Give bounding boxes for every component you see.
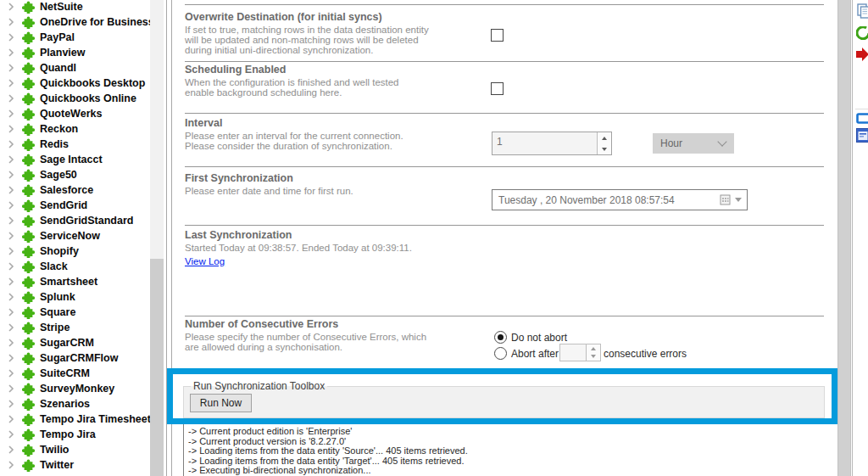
chevron-right-icon[interactable]	[8, 293, 14, 301]
spin-up-icon[interactable]	[587, 344, 600, 353]
tree-item[interactable]: Sage Intacct	[0, 152, 151, 167]
run-now-button[interactable]: Run Now	[190, 394, 252, 412]
chevron-right-icon[interactable]	[8, 262, 14, 271]
chevron-down-icon[interactable]	[735, 198, 742, 202]
tree-item-label: Redis	[40, 138, 69, 150]
tree-item[interactable]: Slack	[0, 259, 151, 274]
view-log-link[interactable]: View Log	[185, 256, 225, 266]
chevron-right-icon[interactable]	[8, 201, 14, 210]
interval-unit-select[interactable]: Hour	[653, 133, 734, 154]
chevron-right-icon[interactable]	[8, 384, 14, 393]
chevron-right-icon[interactable]	[8, 308, 14, 316]
tree-item-label: Sage Intacct	[40, 154, 103, 165]
settings-scrollbar-thumb[interactable]	[837, 0, 851, 476]
tree-item[interactable]: SugarCRMFlow	[0, 350, 151, 366]
chevron-right-icon[interactable]	[8, 445, 14, 454]
refresh-icon[interactable]	[856, 26, 868, 40]
tree-item[interactable]: Tempo Jira Timesheets	[0, 412, 151, 427]
tree-item[interactable]: Quickbooks Online	[0, 91, 151, 106]
chevron-right-icon[interactable]	[8, 140, 14, 148]
chevron-right-icon[interactable]	[8, 18, 14, 26]
chevron-right-icon[interactable]	[8, 277, 14, 286]
tree-item[interactable]: Szenarios	[0, 396, 151, 412]
tree-item-label: QuoteWerks	[40, 108, 102, 120]
tree-item[interactable]: ServiceNow	[0, 228, 151, 244]
chevron-right-icon[interactable]	[8, 232, 14, 240]
abort-after-label: Abort after	[511, 348, 559, 360]
interval-spinner[interactable]	[597, 132, 611, 154]
chevron-right-icon[interactable]	[8, 247, 14, 255]
chevron-right-icon[interactable]	[8, 155, 14, 164]
chevron-right-icon[interactable]	[8, 94, 14, 103]
tree-item[interactable]: Reckon	[0, 121, 151, 137]
tree-item[interactable]: Salesforce	[0, 182, 151, 198]
abort-count-spinner[interactable]	[586, 344, 600, 361]
chevron-right-icon[interactable]	[8, 64, 14, 72]
tree-item[interactable]: Smartsheet	[0, 274, 151, 289]
spin-down-icon[interactable]	[587, 353, 600, 361]
chevron-right-icon[interactable]	[8, 171, 14, 179]
tree-item[interactable]: PayPal	[0, 30, 151, 45]
do-not-abort-radio[interactable]	[494, 331, 507, 344]
chevron-right-icon[interactable]	[8, 339, 14, 347]
section-title: Interval	[185, 117, 403, 129]
tree-item[interactable]: Quickbooks Desktop	[0, 76, 151, 91]
overwrite-destination-checkbox[interactable]	[491, 29, 504, 42]
tree-item[interactable]: Twilio	[0, 442, 151, 457]
tree-item[interactable]: SugarCRM	[0, 335, 151, 350]
sidebar-scrollbar[interactable]	[150, 0, 164, 476]
chevron-right-icon[interactable]	[8, 354, 14, 362]
chevron-right-icon[interactable]	[8, 79, 14, 87]
tree-item-label: SendGridStandard	[40, 215, 133, 227]
connector-puzzle-icon	[22, 413, 35, 426]
chevron-right-icon[interactable]	[8, 415, 14, 423]
tree-item[interactable]: Square	[0, 305, 151, 320]
chevron-right-icon[interactable]	[8, 400, 14, 408]
tree-item[interactable]: Splunk	[0, 289, 151, 305]
tree-item[interactable]: QuoteWerks	[0, 106, 151, 121]
interval-value-input[interactable]: 1	[492, 132, 612, 155]
abort-count-input[interactable]	[559, 344, 601, 361]
tree-item[interactable]: Shopify	[0, 244, 151, 259]
first-sync-date-value: Tuesday , 20 November 2018 08:57:54	[492, 194, 720, 206]
textbox-control-icon[interactable]	[856, 113, 868, 124]
section-description: are allowed during a synchonisation.	[185, 342, 426, 352]
tree-item[interactable]: Stripe	[0, 320, 151, 335]
tree-item[interactable]: Tempo Jira	[0, 427, 151, 442]
section-description: during initial uni-directional synchroni…	[185, 45, 429, 55]
chevron-right-icon[interactable]	[8, 3, 14, 11]
first-sync-datepicker[interactable]: Tuesday , 20 November 2018 08:57:54	[492, 189, 748, 210]
chevron-right-icon[interactable]	[8, 109, 14, 118]
chevron-right-icon[interactable]	[8, 461, 14, 469]
abort-after-radio[interactable]	[494, 347, 507, 360]
tree-item[interactable]: Redis	[0, 137, 151, 152]
spin-up-icon[interactable]	[598, 132, 611, 143]
chevron-right-icon[interactable]	[8, 369, 14, 378]
tree-item[interactable]: SuiteCRM	[0, 366, 151, 381]
settings-scrollbar[interactable]	[837, 0, 851, 476]
chevron-right-icon[interactable]	[8, 33, 14, 42]
chevron-right-icon[interactable]	[8, 186, 14, 194]
form-control-icon[interactable]	[856, 128, 868, 143]
tree-item[interactable]: SendGrid	[0, 198, 151, 213]
sync-log-output[interactable]: -> Current product edition is 'Enterpris…	[183, 424, 837, 476]
sidebar-scrollbar-thumb[interactable]	[150, 259, 164, 476]
tree-item[interactable]: Quandl	[0, 60, 151, 76]
spin-down-icon[interactable]	[598, 143, 611, 154]
scheduling-enabled-checkbox[interactable]	[491, 82, 504, 95]
chevron-right-icon[interactable]	[8, 323, 14, 332]
chevron-right-icon[interactable]	[8, 48, 14, 57]
run-arrow-icon[interactable]	[855, 46, 868, 63]
copy-icon[interactable]	[856, 3, 868, 19]
chevron-right-icon[interactable]	[8, 125, 14, 133]
tree-item[interactable]: SurveyMonkey	[0, 381, 151, 396]
tree-item[interactable]: Sage50	[0, 167, 151, 182]
tree-item[interactable]: Twitter	[0, 457, 151, 473]
chevron-right-icon[interactable]	[8, 216, 14, 225]
tree-item[interactable]: Planview	[0, 45, 151, 60]
tree-item[interactable]: OneDrive for Business	[0, 14, 151, 30]
chevron-right-icon[interactable]	[8, 430, 14, 439]
tree-item[interactable]: SendGridStandard	[0, 213, 151, 228]
section-interval: Interval Please enter an interval for th…	[185, 117, 403, 151]
tree-item[interactable]: NetSuite	[0, 0, 151, 14]
